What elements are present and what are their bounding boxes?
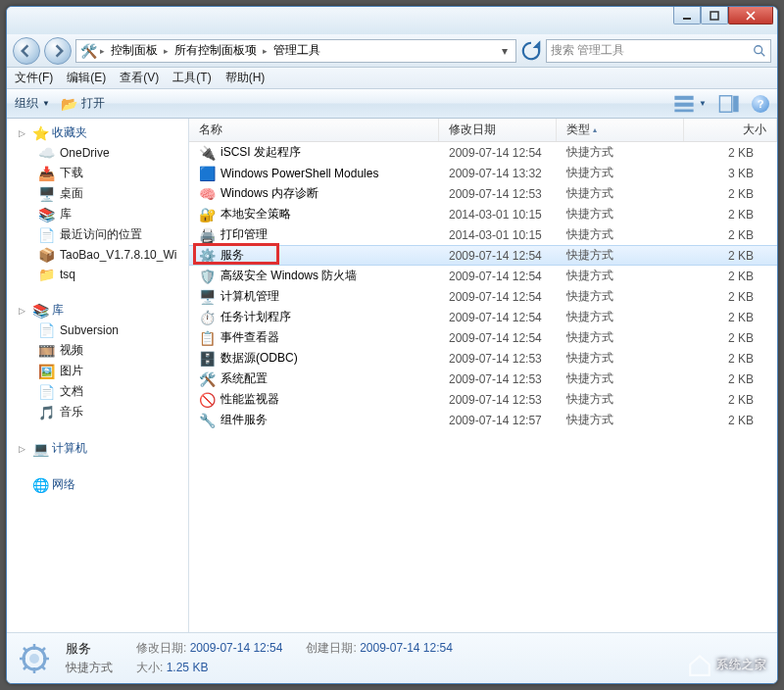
file-date: 2009-07-14 12:53: [439, 352, 557, 366]
minimize-button[interactable]: [673, 7, 701, 25]
file-type: 快捷方式: [557, 144, 684, 161]
sidebar-item[interactable]: 📁tsq: [7, 265, 188, 284]
file-size: 2 KB: [684, 187, 777, 201]
svg-rect-5: [674, 109, 693, 112]
sidebar-item[interactable]: 🖥️桌面: [7, 183, 188, 204]
file-date: 2009-07-14 13:32: [439, 167, 557, 180]
view-dropdown[interactable]: ▼: [699, 99, 707, 108]
favorites-header[interactable]: ▷⭐收藏夹: [7, 123, 188, 143]
explorer-window: 🛠️ ▸ 控制面板 ▸ 所有控制面板项 ▸ 管理工具 ▾ 搜索 管理工具 文件(…: [6, 6, 778, 684]
sidebar-item-label: OneDrive: [60, 146, 110, 160]
menu-view[interactable]: 查看(V): [120, 70, 159, 86]
close-button[interactable]: [728, 7, 773, 25]
music-icon: 🎵: [38, 405, 54, 420]
sidebar-item[interactable]: 📄文档: [7, 381, 188, 402]
file-date: 2009-07-14 12:54: [439, 270, 557, 283]
file-size: 2 KB: [684, 372, 777, 386]
menu-edit[interactable]: 编辑(E): [67, 70, 106, 86]
column-date[interactable]: 修改日期: [439, 119, 557, 141]
file-row[interactable]: ⚙️服务 2009-07-14 12:54 快捷方式 2 KB: [189, 245, 777, 266]
details-size-value: 1.25 KB: [167, 661, 209, 674]
sidebar-item-label: 文档: [60, 383, 83, 400]
menu-help[interactable]: 帮助(H): [225, 70, 266, 86]
file-row[interactable]: 🖨️打印管理 2014-03-01 10:15 快捷方式 2 KB: [189, 224, 777, 245]
help-button[interactable]: ?: [752, 95, 769, 113]
file-row[interactable]: 🟦Windows PowerShell Modules 2009-07-14 1…: [189, 163, 777, 183]
sidebar-item-label: 视频: [60, 342, 83, 359]
sidebar-item-label: tsq: [60, 268, 75, 281]
column-name[interactable]: 名称: [189, 119, 439, 141]
file-row[interactable]: 🔌iSCSI 发起程序 2009-07-14 12:54 快捷方式 2 KB: [189, 142, 777, 163]
watermark: 系统之家: [687, 652, 767, 677]
file-row[interactable]: 🖥️计算机管理 2009-07-14 12:54 快捷方式 2 KB: [189, 286, 777, 307]
sidebar-item[interactable]: 🖼️图片: [7, 361, 188, 381]
search-input[interactable]: 搜索 管理工具: [546, 39, 771, 63]
sidebar-item[interactable]: 📚库: [7, 204, 188, 224]
view-button[interactable]: [673, 93, 695, 115]
file-list-pane: 名称 修改日期 类型▴ 大小 🔌iSCSI 发起程序 2009-07-14 12…: [189, 119, 777, 632]
nav-bar: 🛠️ ▸ 控制面板 ▸ 所有控制面板项 ▸ 管理工具 ▾ 搜索 管理工具: [7, 34, 777, 68]
file-size: 2 KB: [684, 228, 777, 242]
file-row[interactable]: 📋事件查看器 2009-07-14 12:54 快捷方式 2 KB: [189, 327, 777, 348]
file-row[interactable]: 🔧组件服务 2009-07-14 12:57 快捷方式 2 KB: [189, 410, 777, 430]
maximize-button[interactable]: [701, 7, 728, 25]
file-type: 快捷方式: [557, 206, 684, 222]
sidebar-item[interactable]: 🎞️视频: [7, 340, 188, 361]
sidebar-item-label: 下载: [60, 165, 83, 181]
address-bar[interactable]: 🛠️ ▸ 控制面板 ▸ 所有控制面板项 ▸ 管理工具 ▾: [75, 39, 516, 63]
file-name: 计算机管理: [220, 288, 279, 305]
sidebar-item[interactable]: 📄最近访问的位置: [7, 224, 188, 245]
search-icon: [753, 44, 766, 58]
file-size: 2 KB: [684, 414, 777, 427]
svg-rect-6: [719, 95, 731, 112]
title-bar: [7, 7, 777, 34]
menu-file[interactable]: 文件(F): [15, 70, 53, 86]
file-row[interactable]: 🛡️高级安全 Windows 防火墙 2009-07-14 12:54 快捷方式…: [189, 266, 777, 286]
services-large-icon: [17, 641, 52, 676]
svg-point-2: [755, 45, 762, 53]
file-row[interactable]: ⏱️任务计划程序 2009-07-14 12:54 快捷方式 2 KB: [189, 307, 777, 327]
file-row[interactable]: 🧠Windows 内存诊断 2009-07-14 12:53 快捷方式 2 KB: [189, 183, 777, 204]
crumb[interactable]: 控制面板: [109, 42, 160, 59]
library-header[interactable]: ▷📚库: [7, 300, 188, 320]
eventvwr-icon: 📋: [199, 330, 215, 346]
file-row[interactable]: 🚫性能监视器 2009-07-14 12:53 快捷方式 2 KB: [189, 389, 777, 410]
back-button[interactable]: [13, 37, 40, 65]
sidebar-item[interactable]: ☁️OneDrive: [7, 143, 188, 163]
sidebar-item[interactable]: 📦TaoBao_V1.7.8.10_Wi: [7, 245, 188, 265]
sidebar-item[interactable]: 📥下载: [7, 163, 188, 183]
file-type: 快捷方式: [557, 412, 684, 428]
desktop-icon: 🖥️: [38, 186, 54, 202]
file-row[interactable]: 🔐本地安全策略 2014-03-01 10:15 快捷方式 2 KB: [189, 204, 777, 224]
crumb[interactable]: 管理工具: [271, 42, 322, 59]
expand-icon: ▷: [19, 444, 28, 454]
document-icon: 📄: [38, 384, 54, 400]
organize-button[interactable]: 组织▼: [15, 95, 50, 112]
file-date: 2009-07-14 12:53: [439, 372, 557, 386]
crumb[interactable]: 所有控制面板项: [172, 42, 259, 59]
address-dropdown[interactable]: ▾: [498, 44, 512, 58]
menu-tools[interactable]: 工具(T): [172, 70, 211, 86]
file-name: 性能监视器: [220, 391, 279, 408]
computer-icon: 💻: [32, 441, 48, 457]
refresh-button[interactable]: [520, 40, 542, 62]
computer-header[interactable]: ▷💻计算机: [7, 438, 188, 459]
column-type[interactable]: 类型▴: [557, 119, 684, 141]
sidebar-item[interactable]: 📄Subversion: [7, 320, 188, 340]
folder-icon: 📁: [38, 267, 54, 282]
svg-rect-7: [733, 95, 739, 112]
open-button[interactable]: 📂打开: [62, 95, 105, 112]
menu-bar: 文件(F) 编辑(E) 查看(V) 工具(T) 帮助(H): [7, 68, 777, 89]
perfmon-icon: 🚫: [199, 392, 215, 408]
sidebar-item[interactable]: 🎵音乐: [7, 402, 188, 422]
preview-pane-button[interactable]: [718, 93, 740, 115]
download-icon: 📥: [38, 166, 54, 181]
column-size[interactable]: 大小: [684, 119, 777, 141]
expand-icon: ▷: [19, 306, 28, 316]
network-header[interactable]: 🌐网络: [7, 474, 188, 495]
file-type: 快捷方式: [557, 370, 684, 387]
file-row[interactable]: 🗄️数据源(ODBC) 2009-07-14 12:53 快捷方式 2 KB: [189, 348, 777, 369]
file-row[interactable]: 🛠️系统配置 2009-07-14 12:53 快捷方式 2 KB: [189, 369, 777, 389]
file-name: Windows PowerShell Modules: [220, 167, 378, 180]
forward-button[interactable]: [44, 37, 72, 65]
